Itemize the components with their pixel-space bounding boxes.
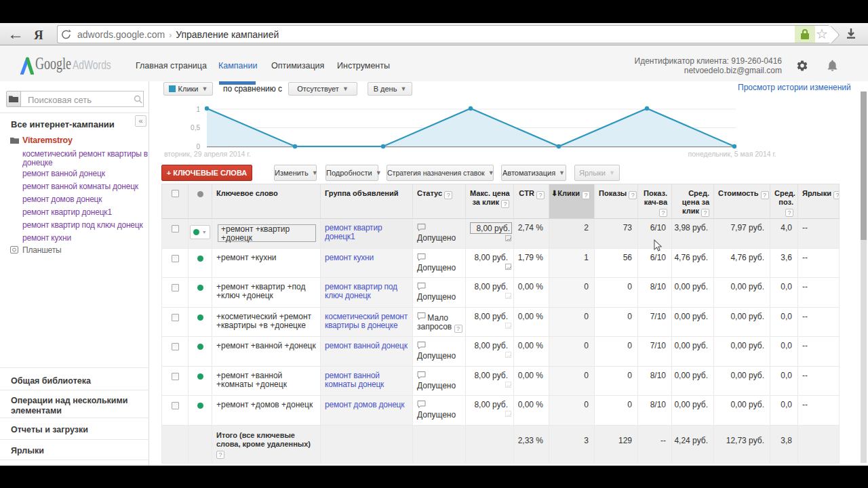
svg-text:вторник, 29 апреля 2014 г.: вторник, 29 апреля 2014 г. <box>164 150 251 158</box>
svg-text:0,5: 0,5 <box>191 124 200 131</box>
svg-text:1: 1 <box>196 106 200 113</box>
svg-text:понедельник, 5 мая 2014 г.: понедельник, 5 мая 2014 г. <box>688 150 776 158</box>
